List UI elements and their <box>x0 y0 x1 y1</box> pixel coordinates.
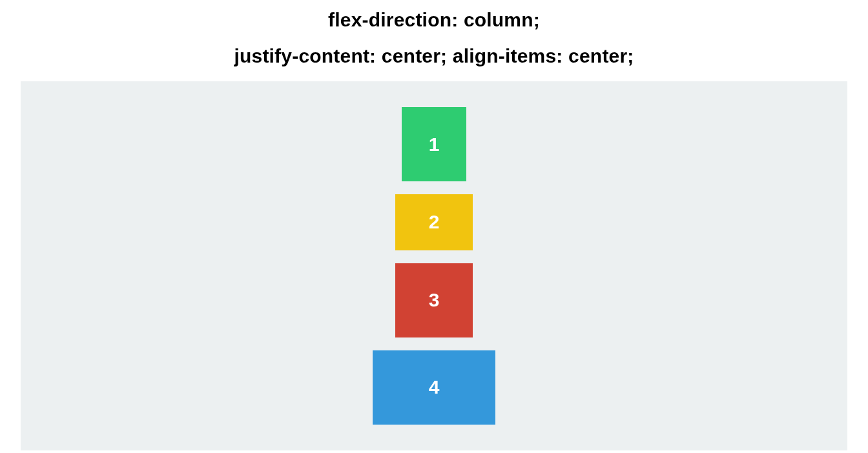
flex-item-3: 3 <box>395 263 473 337</box>
flex-item-1-label: 1 <box>429 134 440 156</box>
heading-line-2: justify-content: center; align-items: ce… <box>234 45 634 67</box>
page: flex-direction: column; justify-content:… <box>0 0 868 453</box>
flex-item-4-label: 4 <box>429 376 440 398</box>
flex-item-2: 2 <box>395 194 473 250</box>
heading-line-1: flex-direction: column; <box>328 9 540 31</box>
flex-item-1: 1 <box>402 107 466 181</box>
flex-item-4: 4 <box>373 350 495 425</box>
flex-item-2-label: 2 <box>429 211 440 233</box>
flex-item-3-label: 3 <box>429 289 440 311</box>
flex-container: 1 2 3 4 <box>21 81 847 450</box>
